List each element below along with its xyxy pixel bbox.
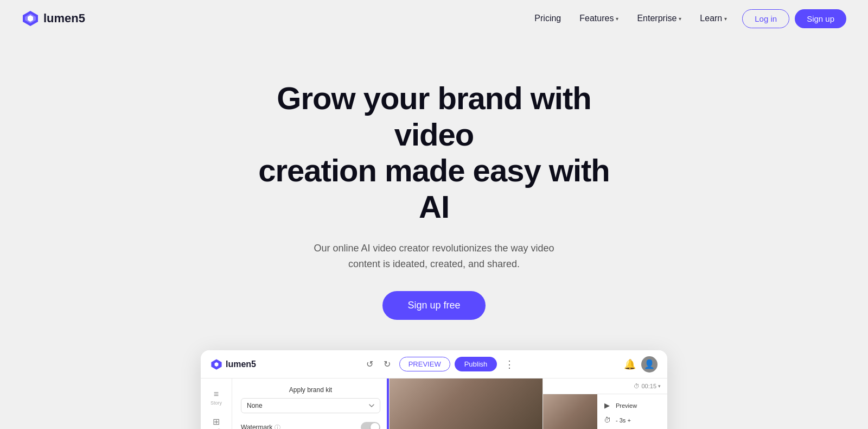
play-icon: ▶ <box>603 401 611 409</box>
action-duration[interactable]: ⏱ - 3s + <box>603 414 662 426</box>
watermark-toggle[interactable] <box>361 422 380 429</box>
clock-icon: ⏱ <box>634 383 640 389</box>
nav-links: Pricing Features ▾ Enterprise ▾ Learn ▾ … <box>527 9 846 28</box>
action-preview[interactable]: ▶ Preview <box>603 400 662 411</box>
topbar-right: 🔔 👤 <box>624 356 658 373</box>
thumb-background <box>543 394 597 429</box>
notification-bell-icon[interactable]: 🔔 <box>624 358 636 370</box>
video-background <box>390 378 542 429</box>
timer-icon: ⏱ <box>603 416 611 424</box>
right-panel-header: ⏱ 00:15 ▾ <box>543 378 667 394</box>
video-duration: ⏱ 00:15 ▾ <box>634 383 661 389</box>
settings-panel: Apply brand kit None Watermark ⓘ Waterma… <box>232 378 390 429</box>
app-left-sidebar: ≡ Story ⊞ Media ✦ Icons ♪ Music ◎ Styl <box>201 378 232 429</box>
login-button[interactable]: Log in <box>742 9 789 28</box>
nav-learn[interactable]: Learn ▾ <box>692 9 735 28</box>
app-topbar: lumen5 ↺ ↻ PREVIEW Publish ⋮ 🔔 👤 <box>201 350 667 378</box>
undo-redo-group: ↺ ↻ <box>362 357 395 372</box>
panel-divider <box>387 378 389 429</box>
learn-chevron-icon: ▾ <box>724 16 727 22</box>
publish-button[interactable]: Publish <box>455 357 497 371</box>
right-panel: ⏱ 00:15 ▾ Grow your brand and drive dem <box>542 378 667 429</box>
app-body: ≡ Story ⊞ Media ✦ Icons ♪ Music ◎ Styl <box>201 378 667 429</box>
enterprise-chevron-icon: ▾ <box>679 16 681 22</box>
media-icon: ⊞ <box>213 417 220 427</box>
navbar: lumen5 Pricing Features ▾ Enterprise ▾ L… <box>0 0 868 37</box>
video-area: 1 <box>390 378 542 429</box>
right-panel-body: Grow your brand and drive demand with vi… <box>543 394 667 429</box>
actions-panel: ▶ Preview ⏱ - 3s + ⊞ Swap Design ✕ <box>597 394 667 429</box>
nav-enterprise[interactable]: Enterprise ▾ <box>629 9 689 28</box>
sidebar-story[interactable]: ≡ Story <box>201 385 232 410</box>
redo-button[interactable]: ↻ <box>380 357 395 372</box>
features-chevron-icon: ▾ <box>616 16 618 22</box>
hero-content: Grow your brand with video creation made… <box>244 80 624 320</box>
nav-pricing[interactable]: Pricing <box>527 9 569 28</box>
watermark-row: Watermark ⓘ <box>241 422 380 429</box>
user-avatar[interactable]: 👤 <box>641 356 658 373</box>
watermark-help-icon: ⓘ <box>275 424 280 429</box>
nav-features[interactable]: Features ▾ <box>572 9 626 28</box>
hero-section: Grow your brand with video creation made… <box>0 0 868 429</box>
app-logo: lumen5 <box>210 358 256 370</box>
story-icon: ≡ <box>214 389 219 399</box>
video-thumbnail-strip: Grow your brand and drive demand with vi… <box>543 394 597 429</box>
topbar-center: ↺ ↻ PREVIEW Publish ⋮ <box>362 357 518 372</box>
brand-kit-label: Apply brand kit <box>241 386 380 394</box>
app-preview: lumen5 ↺ ↻ PREVIEW Publish ⋮ 🔔 👤 <box>201 350 667 429</box>
chevron-icon: ▾ <box>658 383 661 389</box>
preview-button[interactable]: PREVIEW <box>399 357 450 371</box>
sidebar-media[interactable]: ⊞ Media <box>201 412 232 429</box>
signup-hero-button[interactable]: Sign up free <box>382 291 485 320</box>
signup-nav-button[interactable]: Sign up <box>795 9 846 28</box>
brand-kit-select[interactable]: None <box>241 398 380 413</box>
logo[interactable]: lumen5 <box>22 10 85 27</box>
hero-title: Grow your brand with video creation made… <box>244 80 624 225</box>
watermark-label: Watermark ⓘ <box>241 424 280 429</box>
hero-subtitle: Our online AI video creator revolutioniz… <box>304 241 564 272</box>
undo-button[interactable]: ↺ <box>362 357 378 372</box>
logo-text: lumen5 <box>43 11 85 26</box>
more-options-icon[interactable]: ⋮ <box>505 358 514 370</box>
